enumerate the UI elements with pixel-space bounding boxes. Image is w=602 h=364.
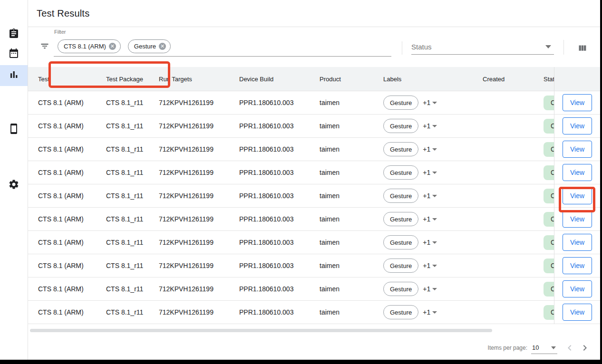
view-button[interactable]: View: [563, 211, 592, 228]
label-chip: Gesture: [383, 119, 418, 133]
view-row: View: [554, 184, 600, 208]
more-labels-button[interactable]: +1: [423, 122, 437, 130]
cell-status: C: [544, 142, 554, 157]
cell-device-build: PPR1.180610.003: [239, 169, 320, 176]
items-per-page-value: 10: [532, 344, 539, 351]
cell-test: CTS 8.1 (ARM): [38, 215, 106, 223]
label-chip: Gesture: [383, 305, 418, 319]
caret-down-icon: [432, 148, 437, 151]
cell-status: C: [544, 235, 554, 250]
table-row: CTS 8.1 (ARM)CTS 8.1_r11712KPVH1261199PP…: [28, 278, 554, 301]
view-button[interactable]: View: [563, 234, 592, 251]
status-chip: C: [544, 165, 554, 180]
close-icon[interactable]: ✕: [159, 43, 166, 50]
bar-chart-icon: [8, 69, 19, 82]
window-edge-right: [600, 0, 602, 364]
table-row: CTS 8.1 (ARM)CTS 8.1_r11712KPVH1261199PP…: [28, 161, 554, 184]
more-labels-button[interactable]: +1: [423, 308, 437, 316]
caret-down-icon: [545, 45, 551, 48]
label-chip: Gesture: [383, 165, 418, 180]
cell-test: CTS 8.1 (ARM): [38, 239, 106, 246]
cell-device-build: PPR1.180610.003: [239, 308, 320, 316]
cell-run-targets: 712KPVH1261199: [159, 262, 239, 269]
caret-down-icon: [432, 172, 437, 174]
view-button[interactable]: View: [563, 280, 592, 297]
sidebar-item-settings[interactable]: [0, 175, 28, 196]
page-title: Test Results: [37, 8, 89, 19]
view-button[interactable]: View: [563, 257, 592, 274]
filter-input[interactable]: CTS 8.1 (ARM) ✕ Gesture ✕: [58, 39, 171, 53]
cell-run-targets: 712KPVH1261199: [159, 169, 239, 176]
smartphone-icon: [8, 123, 19, 136]
cell-test: CTS 8.1 (ARM): [38, 308, 106, 316]
cell-status: C: [544, 189, 554, 203]
cell-status: C: [544, 259, 554, 273]
status-select-underline: [411, 54, 554, 55]
next-page-button[interactable]: [579, 342, 591, 354]
column-settings-button[interactable]: [576, 42, 588, 54]
sidebar-item-test-suites[interactable]: [0, 24, 28, 45]
more-labels-button[interactable]: +1: [423, 239, 437, 246]
sidebar-item-devices[interactable]: [0, 119, 28, 140]
cell-product: taimen: [320, 99, 383, 106]
more-labels-button[interactable]: +1: [423, 285, 437, 293]
more-labels-button[interactable]: +1: [423, 99, 437, 106]
status-select[interactable]: Status: [411, 39, 554, 54]
view-button[interactable]: View: [563, 164, 592, 181]
cell-labels: Gesture+1: [383, 235, 483, 249]
cell-product: taimen: [320, 308, 383, 316]
view-button[interactable]: View: [563, 117, 592, 134]
cell-run-targets: 712KPVH1261199: [159, 99, 239, 106]
horizontal-scrollbar[interactable]: [30, 329, 492, 332]
cell-run-targets: 712KPVH1261199: [159, 308, 239, 316]
view-button[interactable]: View: [563, 94, 592, 111]
filter-field-underline: [54, 56, 391, 57]
status-chip: C: [544, 96, 554, 110]
table-row: CTS 8.1 (ARM)CTS 8.1_r11712KPVH1261199PP…: [28, 91, 554, 115]
cell-labels: Gesture+1: [383, 119, 483, 133]
cell-product: taimen: [320, 145, 383, 153]
caret-down-icon: [551, 346, 556, 349]
cell-test: CTS 8.1 (ARM): [38, 122, 106, 130]
view-row: View: [554, 278, 600, 301]
status-chip: C: [544, 305, 554, 320]
previous-page-button[interactable]: [564, 342, 575, 354]
label-chip: Gesture: [383, 212, 418, 226]
cell-test: CTS 8.1 (ARM): [38, 192, 106, 200]
cell-test-package: CTS 8.1_r11: [106, 192, 159, 200]
column-header-created: Created: [483, 76, 544, 83]
cell-run-targets: 712KPVH1261199: [159, 285, 239, 293]
cell-test-package: CTS 8.1_r11: [106, 99, 159, 106]
filter-chip[interactable]: Gesture ✕: [128, 39, 171, 53]
filter-list-icon: [40, 41, 49, 51]
more-labels-button[interactable]: +1: [423, 169, 437, 176]
filter-chip[interactable]: CTS 8.1 (ARM) ✕: [58, 39, 121, 53]
cell-device-build: PPR1.180610.003: [239, 285, 320, 293]
more-labels-button[interactable]: +1: [423, 192, 437, 200]
view-column-header: [554, 67, 600, 91]
status-chip: C: [544, 119, 554, 134]
chevron-right-icon: [579, 342, 591, 354]
items-per-page-select[interactable]: 10: [531, 342, 557, 354]
view-button[interactable]: View: [563, 141, 592, 158]
cell-labels: Gesture+1: [383, 142, 483, 156]
more-labels-button[interactable]: +1: [423, 215, 437, 223]
close-icon[interactable]: ✕: [109, 43, 116, 50]
window-edge-bottom: [0, 360, 602, 364]
cell-device-build: PPR1.180610.003: [239, 99, 320, 106]
more-labels-button[interactable]: +1: [423, 145, 437, 153]
cell-run-targets: 712KPVH1261199: [159, 215, 239, 223]
more-labels-button[interactable]: +1: [423, 262, 437, 269]
label-chip: Gesture: [383, 259, 418, 273]
table-header: Test Test Package Run Targets Device Bui…: [28, 67, 600, 91]
sidebar-item-test-plans[interactable]: [0, 44, 28, 65]
status-chip: C: [544, 282, 554, 297]
view-button[interactable]: View: [563, 187, 592, 204]
view-button[interactable]: View: [563, 304, 592, 321]
caret-down-icon: [432, 288, 437, 290]
toolbar-divider: [563, 40, 564, 55]
sidebar-item-test-results[interactable]: [0, 65, 28, 86]
label-chip: Gesture: [383, 96, 418, 110]
caret-down-icon: [432, 125, 437, 127]
sidebar: [0, 0, 28, 360]
